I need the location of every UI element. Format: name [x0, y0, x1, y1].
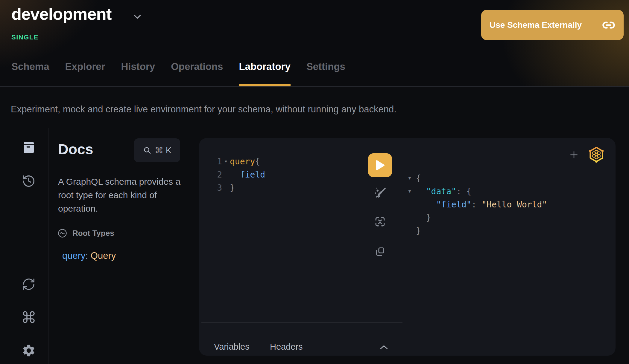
chevron-down-icon — [133, 13, 142, 20]
sidebar-shortcuts-button[interactable] — [20, 308, 37, 326]
chevron-up-icon — [380, 345, 388, 350]
response-line: "field": "Hello World" — [408, 198, 547, 211]
line-number: 1 — [215, 157, 222, 166]
merge-icon — [373, 215, 387, 228]
line-number: 3 — [215, 183, 222, 193]
execute-query-button[interactable] — [368, 153, 392, 177]
response-line: } — [408, 211, 547, 224]
sidebar-reload-schema-button[interactable] — [20, 276, 37, 293]
docs-description: A GraphQL schema provides a root type fo… — [58, 175, 190, 215]
root-type-query-entry[interactable]: query: Query — [62, 250, 116, 261]
code-token: query — [230, 157, 255, 166]
editor-line: 3 } — [215, 181, 265, 194]
settings-gear-icon — [22, 343, 36, 358]
json-token: { — [416, 173, 421, 183]
root-types-icon — [57, 228, 67, 238]
root-field-name: query — [62, 250, 86, 261]
query-editor[interactable]: 1 ▾ query{ 2 field 3 } — [215, 155, 265, 194]
root-types-section-header: Root Types — [57, 228, 114, 238]
code-token: } — [230, 183, 235, 193]
use-schema-externally-button[interactable]: Use Schema Externally — [481, 10, 624, 40]
prettify-query-button[interactable] — [372, 185, 388, 201]
response-line: } — [408, 224, 547, 237]
search-shortcut-label: ⌘ K — [155, 145, 171, 155]
use-schema-label: Use Schema Externally — [490, 20, 582, 30]
root-field-type-link[interactable]: Query — [91, 250, 116, 261]
tab-operations[interactable]: Operations — [171, 61, 223, 86]
json-token: : — [471, 200, 481, 209]
add-tab-button[interactable] — [567, 148, 581, 162]
copy-query-button[interactable] — [372, 243, 388, 260]
json-token — [416, 186, 426, 196]
collapse-editor-tools-button[interactable] — [377, 342, 391, 353]
json-token: { — [467, 186, 472, 196]
page-subtitle: Experiment, mock and create live environ… — [11, 104, 396, 115]
editor-footer-divider — [201, 322, 402, 322]
docs-panel-title: Docs — [58, 141, 93, 157]
target-title: development — [11, 4, 111, 24]
link-icon — [602, 19, 615, 32]
root-types-label: Root Types — [72, 229, 114, 238]
tab-schema[interactable]: Schema — [11, 61, 49, 86]
response-viewer: ▼ { ▼ "data": { "field": "Hello World" }… — [408, 172, 547, 237]
fold-arrow-icon[interactable]: ▼ — [408, 176, 416, 181]
json-token: "data" — [426, 186, 456, 196]
fold-arrow-icon[interactable]: ▾ — [222, 159, 230, 164]
merge-fragments-button[interactable] — [372, 213, 388, 230]
json-token: : — [456, 186, 467, 196]
graphiql-panel: 1 ▾ query{ 2 field 3 } — [199, 138, 616, 356]
graphql-hive-logo-icon[interactable] — [588, 145, 605, 164]
single-badge: SINGLE — [11, 33, 39, 41]
plus-icon — [569, 150, 579, 160]
response-line: ▼ "data": { — [408, 185, 547, 198]
line-number: 2 — [215, 170, 222, 180]
sidebar-settings-button[interactable] — [20, 342, 37, 359]
sidebar-history-button[interactable] — [20, 172, 37, 190]
json-token: } — [416, 213, 431, 223]
json-token: "field" — [436, 200, 471, 209]
copy-icon — [374, 246, 386, 258]
json-token: } — [416, 226, 421, 236]
code-token: field — [240, 170, 265, 180]
history-icon — [22, 174, 36, 188]
tab-explorer[interactable]: Explorer — [65, 61, 105, 86]
tab-bar: Schema Explorer History Operations Labor… — [11, 61, 345, 86]
headers-tab[interactable]: Headers — [270, 340, 303, 353]
editor-line: 2 field — [215, 168, 265, 181]
reload-schema-icon — [22, 277, 36, 291]
shortcut-keys-icon — [22, 310, 36, 324]
fold-arrow-icon[interactable]: ▼ — [408, 189, 416, 194]
response-line: ▼ { — [408, 172, 547, 185]
docs-book-icon — [22, 140, 36, 155]
variables-tab[interactable]: Variables — [214, 340, 250, 353]
code-token — [230, 170, 240, 180]
tab-history[interactable]: History — [121, 61, 155, 86]
tab-laboratory[interactable]: Laboratory — [239, 61, 290, 86]
json-token — [416, 200, 436, 209]
sidebar-divider — [48, 128, 48, 364]
root-field-separator: : — [86, 250, 91, 261]
play-icon — [376, 160, 385, 170]
docs-search-button[interactable]: ⌘ K — [134, 138, 180, 162]
json-token: "Hello World" — [481, 200, 547, 209]
search-icon — [143, 146, 152, 155]
target-selector-button[interactable] — [130, 11, 144, 23]
editor-line: 1 ▾ query{ — [215, 155, 265, 168]
prettify-broom-icon — [372, 185, 388, 201]
tab-settings[interactable]: Settings — [306, 61, 345, 86]
laboratory-page: development SINGLE Use Schema Externally… — [0, 0, 629, 364]
sidebar-docs-button[interactable] — [20, 139, 37, 156]
code-token: { — [255, 157, 260, 166]
